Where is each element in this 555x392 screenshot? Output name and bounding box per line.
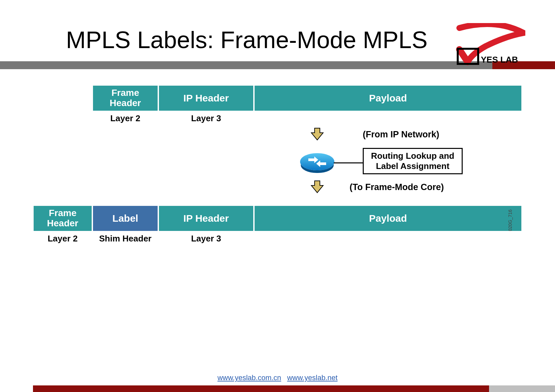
layer2-label: Layer 2: [92, 113, 158, 124]
payload-cell-2: Payload: [254, 206, 522, 231]
footer-bar-gray: [489, 385, 555, 392]
lookup-line1: Routing Lookup and: [371, 151, 454, 161]
footer: www.yeslab.com.cn www.yeslab.net: [0, 374, 555, 392]
footer-link-1[interactable]: www.yeslab.com.cn: [217, 374, 281, 382]
logo-text: YES LAB: [481, 55, 518, 65]
router-icon: [300, 153, 334, 173]
footer-link-2[interactable]: www.yeslab.net: [287, 374, 338, 382]
packet-bottom-row: FrameHeader Label IP Header Payload: [33, 206, 522, 231]
middle-block: (From IP Network) Routing Lookup and Lab…: [33, 127, 522, 196]
ip-header-cell: IP Header: [158, 86, 254, 111]
frame-header-cell: FrameHeader: [92, 86, 158, 111]
frame-header-cell-2: FrameHeader: [33, 206, 92, 231]
layer2-label-2: Layer 2: [33, 234, 92, 244]
shim-header-label: Shim Header: [92, 234, 158, 244]
label-cell: Label: [92, 206, 158, 231]
image-code: 020G_716: [508, 210, 513, 231]
footer-bar-red: [33, 385, 489, 392]
arrow-down-icon: [310, 180, 324, 194]
to-frame-mode-text: (To Frame-Mode Core): [350, 182, 444, 192]
payload-cell: Payload: [254, 86, 522, 111]
routing-lookup-box: Routing Lookup and Label Assignment: [363, 148, 463, 174]
packet-top-labels: Layer 2 Layer 3: [33, 113, 522, 124]
arrow-down-icon: [310, 127, 324, 141]
spacer: [33, 86, 92, 111]
frame-header-text: FrameHeader: [110, 88, 141, 108]
from-ip-network-text: (From IP Network): [363, 129, 439, 140]
footer-links: www.yeslab.com.cn www.yeslab.net: [0, 374, 555, 382]
layer3-label: Layer 3: [158, 113, 254, 124]
connector-line: [334, 162, 363, 163]
ip-header-cell-2: IP Header: [158, 206, 254, 231]
header-bar-gray: [0, 61, 492, 69]
lookup-line2: Label Assignment: [371, 161, 454, 171]
diagram-area: FrameHeader IP Header Payload Layer 2 La…: [33, 86, 522, 257]
slide: YES LAB MPLS Labels: Frame-Mode MPLS Fra…: [0, 0, 555, 392]
packet-top-row: FrameHeader IP Header Payload: [33, 86, 522, 111]
page-title: MPLS Labels: Frame-Mode MPLS: [66, 26, 522, 53]
yeslab-logo: YES LAB: [456, 23, 525, 69]
packet-bottom-labels: Layer 2 Shim Header Layer 3: [33, 234, 522, 244]
frame-header-text-2: FrameHeader: [47, 208, 78, 229]
layer3-label-2: Layer 3: [158, 234, 254, 244]
footer-bar: [0, 385, 555, 392]
